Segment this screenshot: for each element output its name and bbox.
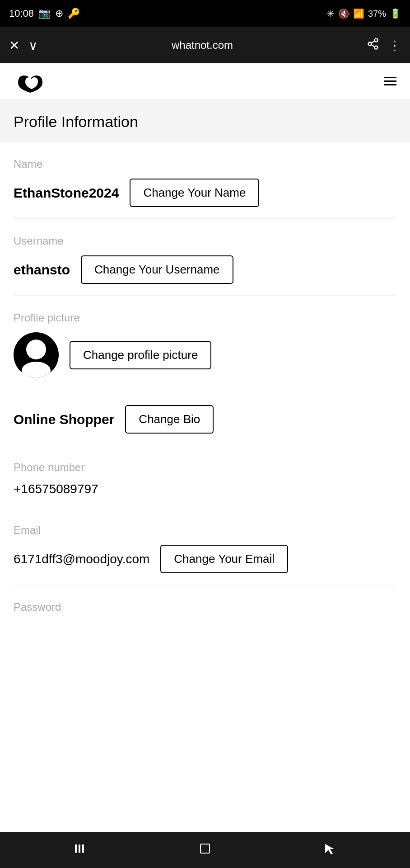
change-email-button[interactable]: Change Your Email	[160, 545, 288, 573]
name-row: EthanStone2024 Change Your Name	[14, 179, 396, 207]
svg-point-1	[368, 42, 372, 45]
change-profile-picture-button[interactable]: Change profile picture	[70, 341, 211, 369]
content: Name EthanStone2024 Change Your Name Use…	[0, 142, 410, 832]
close-tab-button[interactable]: ✕	[9, 38, 19, 53]
svg-line-3	[371, 44, 375, 47]
bottom-nav	[0, 832, 410, 868]
browser-bar: ✕ ∨ whatnot.com ⋮	[0, 27, 410, 63]
svg-rect-8	[79, 844, 80, 853]
name-section: Name EthanStone2024 Change Your Name	[14, 142, 396, 219]
home-button[interactable]	[198, 842, 212, 859]
svg-point-2	[375, 46, 378, 49]
signal-icon: 📶	[353, 8, 364, 19]
status-time: 10:08	[9, 8, 34, 19]
bio-value: Online Shopper	[14, 412, 114, 427]
change-bio-button[interactable]: Change Bio	[125, 405, 214, 434]
name-value: EthanStone2024	[14, 185, 119, 201]
camera-icon: 📷	[38, 8, 51, 19]
cursor-icon	[323, 842, 336, 859]
username-value: ethansto	[14, 262, 70, 278]
bio-row: Online Shopper Change Bio	[14, 405, 396, 434]
back-icon	[74, 842, 87, 855]
status-bar: 10:08 📷 ⊕ 🔑 ✳ 🔇 📶 37% 🔋	[0, 0, 410, 27]
change-name-button[interactable]: Change Your Name	[130, 179, 259, 207]
bio-section: Online Shopper Change Bio	[14, 389, 396, 445]
battery-text: 37%	[368, 9, 386, 19]
hamburger-menu-button[interactable]	[384, 77, 396, 85]
profile-picture-row: Change profile picture	[14, 332, 396, 377]
profile-picture-label: Profile picture	[14, 311, 396, 324]
svg-line-4	[371, 41, 375, 43]
bluetooth-icon: ✳	[327, 8, 335, 19]
battery-icon: 🔋	[390, 8, 401, 19]
svg-point-6	[22, 362, 51, 377]
password-label: Password	[14, 601, 396, 613]
email-section: Email 6171dff3@moodjoy.com Change Your E…	[14, 508, 396, 585]
phone-value: +16575089797	[14, 482, 98, 496]
key-icon: 🔑	[68, 8, 80, 19]
url-bar[interactable]: whatnot.com	[47, 39, 358, 52]
back-button[interactable]	[74, 842, 87, 859]
more-options-button[interactable]: ⋮	[388, 38, 401, 53]
svg-point-5	[26, 340, 46, 359]
home-icon	[198, 842, 212, 855]
cursor-shape	[323, 842, 336, 855]
change-username-button[interactable]: Change Your Username	[81, 255, 233, 284]
name-label: Name	[14, 158, 396, 170]
avatar	[14, 332, 59, 377]
svg-point-0	[375, 38, 378, 42]
share-button[interactable]	[367, 38, 379, 53]
email-row: 6171dff3@moodjoy.com Change Your Email	[14, 545, 396, 573]
svg-rect-9	[82, 844, 84, 853]
password-section: Password	[14, 585, 396, 633]
username-label: Username	[14, 235, 396, 247]
mute-icon: 🔇	[338, 8, 349, 19]
dropdown-button[interactable]: ∨	[28, 38, 38, 53]
email-value: 6171dff3@moodjoy.com	[14, 552, 149, 566]
status-right: ✳ 🔇 📶 37% 🔋	[327, 8, 401, 19]
svg-rect-7	[75, 844, 77, 853]
wifi-icon: ⊕	[55, 8, 63, 19]
page-title-area: Profile Information	[0, 99, 410, 142]
logo	[14, 70, 50, 93]
phone-label: Phone number	[14, 461, 396, 474]
app-header	[0, 63, 410, 99]
svg-rect-10	[200, 844, 210, 853]
avatar-icon	[14, 332, 59, 377]
username-section: Username ethansto Change Your Username	[14, 219, 396, 296]
logo-icon	[14, 70, 50, 93]
phone-section: Phone number +16575089797	[14, 445, 396, 508]
username-row: ethansto Change Your Username	[14, 255, 396, 284]
status-left: 10:08 📷 ⊕ 🔑	[9, 8, 80, 19]
email-label: Email	[14, 524, 396, 537]
phone-row: +16575089797	[14, 482, 396, 496]
page-title: Profile Information	[14, 113, 396, 131]
profile-picture-section: Profile picture Change profile picture	[14, 296, 396, 389]
